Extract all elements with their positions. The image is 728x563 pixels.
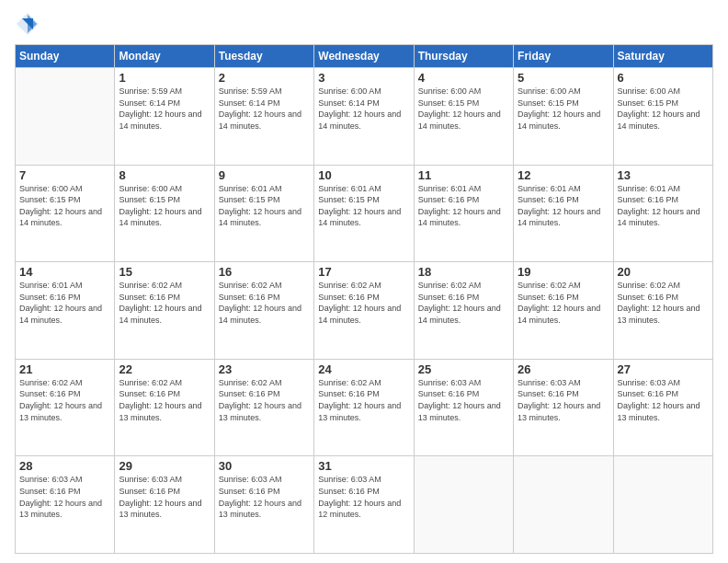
day-info: Sunrise: 6:00 AMSunset: 6:15 PMDaylight:… bbox=[119, 183, 210, 229]
day-info: Sunrise: 6:01 AMSunset: 6:16 PMDaylight:… bbox=[618, 183, 709, 229]
calendar-cell: 19Sunrise: 6:02 AMSunset: 6:16 PMDayligh… bbox=[514, 262, 613, 360]
day-number: 7 bbox=[19, 168, 110, 182]
calendar-cell: 14Sunrise: 6:01 AMSunset: 6:16 PMDayligh… bbox=[16, 262, 115, 360]
calendar-cell: 25Sunrise: 6:03 AMSunset: 6:16 PMDayligh… bbox=[414, 359, 513, 456]
logo bbox=[15, 11, 44, 37]
day-info: Sunrise: 6:00 AMSunset: 6:14 PMDaylight:… bbox=[318, 86, 409, 132]
day-number: 23 bbox=[219, 362, 310, 376]
calendar-cell: 21Sunrise: 6:02 AMSunset: 6:16 PMDayligh… bbox=[16, 359, 115, 456]
calendar-table: SundayMondayTuesdayWednesdayThursdayFrid… bbox=[15, 44, 713, 554]
calendar-cell: 7Sunrise: 6:00 AMSunset: 6:15 PMDaylight… bbox=[16, 165, 115, 262]
calendar-cell: 11Sunrise: 6:01 AMSunset: 6:16 PMDayligh… bbox=[414, 165, 513, 262]
day-info: Sunrise: 6:01 AMSunset: 6:16 PMDaylight:… bbox=[19, 280, 110, 326]
weekday-header-thursday: Thursday bbox=[414, 45, 513, 68]
calendar-cell: 20Sunrise: 6:02 AMSunset: 6:16 PMDayligh… bbox=[613, 262, 712, 360]
calendar-cell: 6Sunrise: 6:00 AMSunset: 6:15 PMDaylight… bbox=[613, 68, 712, 166]
weekday-header-sunday: Sunday bbox=[16, 45, 115, 68]
day-number: 27 bbox=[618, 362, 709, 376]
calendar-cell: 28Sunrise: 6:03 AMSunset: 6:16 PMDayligh… bbox=[16, 456, 115, 554]
day-number: 14 bbox=[19, 265, 110, 279]
calendar-cell bbox=[514, 456, 613, 554]
day-info: Sunrise: 6:01 AMSunset: 6:16 PMDaylight:… bbox=[418, 183, 509, 229]
day-info: Sunrise: 6:02 AMSunset: 6:16 PMDaylight:… bbox=[19, 377, 110, 423]
day-number: 12 bbox=[518, 168, 609, 182]
week-row-5: 28Sunrise: 6:03 AMSunset: 6:16 PMDayligh… bbox=[16, 456, 713, 554]
calendar-cell: 13Sunrise: 6:01 AMSunset: 6:16 PMDayligh… bbox=[613, 165, 712, 262]
calendar-cell bbox=[16, 68, 115, 166]
week-row-1: 1Sunrise: 5:59 AMSunset: 6:14 PMDaylight… bbox=[16, 68, 713, 166]
day-number: 18 bbox=[418, 265, 509, 279]
calendar-cell: 26Sunrise: 6:03 AMSunset: 6:16 PMDayligh… bbox=[514, 359, 613, 456]
day-number: 8 bbox=[119, 168, 210, 182]
calendar-cell: 27Sunrise: 6:03 AMSunset: 6:16 PMDayligh… bbox=[613, 359, 712, 456]
day-info: Sunrise: 6:00 AMSunset: 6:15 PMDaylight:… bbox=[618, 86, 709, 132]
day-info: Sunrise: 6:00 AMSunset: 6:15 PMDaylight:… bbox=[19, 183, 110, 229]
week-row-3: 14Sunrise: 6:01 AMSunset: 6:16 PMDayligh… bbox=[16, 262, 713, 360]
day-info: Sunrise: 6:02 AMSunset: 6:16 PMDaylight:… bbox=[119, 280, 210, 326]
weekday-header-monday: Monday bbox=[115, 45, 214, 68]
calendar-cell: 4Sunrise: 6:00 AMSunset: 6:15 PMDaylight… bbox=[414, 68, 513, 166]
day-number: 20 bbox=[618, 265, 709, 279]
day-info: Sunrise: 6:02 AMSunset: 6:16 PMDaylight:… bbox=[618, 280, 709, 326]
day-number: 22 bbox=[119, 362, 210, 376]
calendar-cell: 10Sunrise: 6:01 AMSunset: 6:15 PMDayligh… bbox=[314, 165, 414, 262]
day-number: 30 bbox=[219, 459, 310, 473]
calendar-cell: 22Sunrise: 6:02 AMSunset: 6:16 PMDayligh… bbox=[115, 359, 214, 456]
header bbox=[15, 11, 713, 37]
day-number: 28 bbox=[19, 459, 110, 473]
day-info: Sunrise: 6:02 AMSunset: 6:16 PMDaylight:… bbox=[219, 377, 310, 423]
day-info: Sunrise: 6:03 AMSunset: 6:16 PMDaylight:… bbox=[219, 474, 310, 520]
day-number: 31 bbox=[318, 459, 409, 473]
calendar-cell: 17Sunrise: 6:02 AMSunset: 6:16 PMDayligh… bbox=[314, 262, 414, 360]
calendar-cell bbox=[613, 456, 712, 554]
calendar-cell bbox=[414, 456, 513, 554]
weekday-header-tuesday: Tuesday bbox=[214, 45, 313, 68]
day-number: 4 bbox=[418, 71, 509, 85]
logo-icon bbox=[15, 11, 40, 37]
day-info: Sunrise: 6:03 AMSunset: 6:16 PMDaylight:… bbox=[119, 474, 210, 520]
calendar-page: SundayMondayTuesdayWednesdayThursdayFrid… bbox=[0, 0, 728, 563]
day-number: 2 bbox=[219, 71, 310, 85]
day-info: Sunrise: 6:00 AMSunset: 6:15 PMDaylight:… bbox=[518, 86, 609, 132]
day-info: Sunrise: 6:03 AMSunset: 6:16 PMDaylight:… bbox=[618, 377, 709, 423]
calendar-cell: 29Sunrise: 6:03 AMSunset: 6:16 PMDayligh… bbox=[115, 456, 214, 554]
day-number: 13 bbox=[618, 168, 709, 182]
day-number: 26 bbox=[518, 362, 609, 376]
day-info: Sunrise: 6:03 AMSunset: 6:16 PMDaylight:… bbox=[318, 474, 409, 520]
day-number: 29 bbox=[119, 459, 210, 473]
day-info: Sunrise: 6:03 AMSunset: 6:16 PMDaylight:… bbox=[518, 377, 609, 423]
day-number: 21 bbox=[19, 362, 110, 376]
day-info: Sunrise: 6:02 AMSunset: 6:16 PMDaylight:… bbox=[418, 280, 509, 326]
calendar-cell: 2Sunrise: 5:59 AMSunset: 6:14 PMDaylight… bbox=[214, 68, 313, 166]
day-info: Sunrise: 6:01 AMSunset: 6:15 PMDaylight:… bbox=[318, 183, 409, 229]
weekday-header-friday: Friday bbox=[514, 45, 613, 68]
day-number: 19 bbox=[518, 265, 609, 279]
day-info: Sunrise: 6:01 AMSunset: 6:15 PMDaylight:… bbox=[219, 183, 310, 229]
calendar-cell: 8Sunrise: 6:00 AMSunset: 6:15 PMDaylight… bbox=[115, 165, 214, 262]
calendar-cell: 1Sunrise: 5:59 AMSunset: 6:14 PMDaylight… bbox=[115, 68, 214, 166]
calendar-cell: 12Sunrise: 6:01 AMSunset: 6:16 PMDayligh… bbox=[514, 165, 613, 262]
calendar-cell: 3Sunrise: 6:00 AMSunset: 6:14 PMDaylight… bbox=[314, 68, 414, 166]
day-number: 11 bbox=[418, 168, 509, 182]
day-info: Sunrise: 6:02 AMSunset: 6:16 PMDaylight:… bbox=[119, 377, 210, 423]
day-number: 25 bbox=[418, 362, 509, 376]
calendar-cell: 15Sunrise: 6:02 AMSunset: 6:16 PMDayligh… bbox=[115, 262, 214, 360]
calendar-cell: 18Sunrise: 6:02 AMSunset: 6:16 PMDayligh… bbox=[414, 262, 513, 360]
weekday-header-saturday: Saturday bbox=[613, 45, 712, 68]
day-info: Sunrise: 6:02 AMSunset: 6:16 PMDaylight:… bbox=[219, 280, 310, 326]
weekday-header-wednesday: Wednesday bbox=[314, 45, 414, 68]
day-number: 24 bbox=[318, 362, 409, 376]
calendar-cell: 31Sunrise: 6:03 AMSunset: 6:16 PMDayligh… bbox=[314, 456, 414, 554]
calendar-cell: 16Sunrise: 6:02 AMSunset: 6:16 PMDayligh… bbox=[214, 262, 313, 360]
day-info: Sunrise: 6:00 AMSunset: 6:15 PMDaylight:… bbox=[418, 86, 509, 132]
week-row-2: 7Sunrise: 6:00 AMSunset: 6:15 PMDaylight… bbox=[16, 165, 713, 262]
day-info: Sunrise: 6:02 AMSunset: 6:16 PMDaylight:… bbox=[318, 377, 409, 423]
week-row-4: 21Sunrise: 6:02 AMSunset: 6:16 PMDayligh… bbox=[16, 359, 713, 456]
day-number: 6 bbox=[618, 71, 709, 85]
day-number: 17 bbox=[318, 265, 409, 279]
day-number: 10 bbox=[318, 168, 409, 182]
day-info: Sunrise: 6:03 AMSunset: 6:16 PMDaylight:… bbox=[418, 377, 509, 423]
day-info: Sunrise: 5:59 AMSunset: 6:14 PMDaylight:… bbox=[119, 86, 210, 132]
calendar-cell: 9Sunrise: 6:01 AMSunset: 6:15 PMDaylight… bbox=[214, 165, 313, 262]
day-number: 16 bbox=[219, 265, 310, 279]
